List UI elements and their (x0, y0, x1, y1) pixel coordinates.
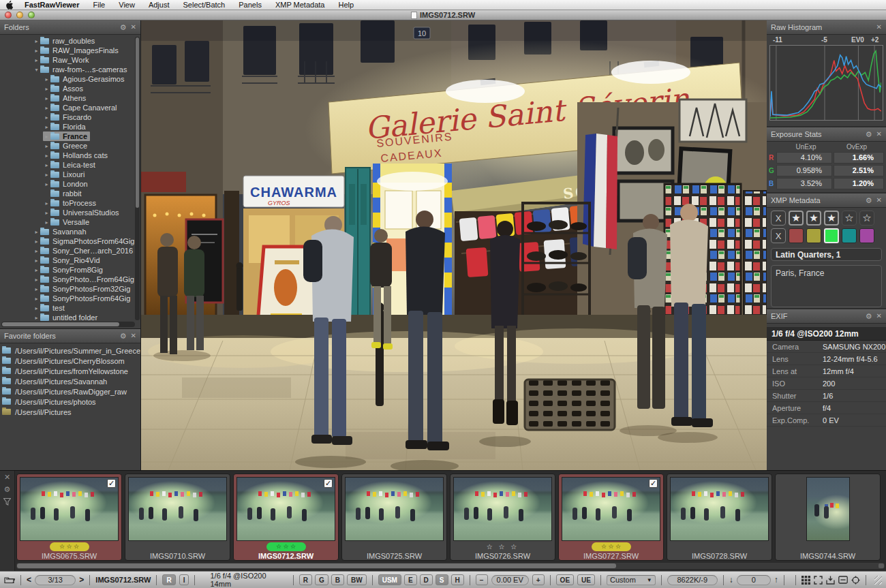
star-rating-button[interactable]: ☆ (842, 211, 857, 226)
thumbnail[interactable]: ✓☆ ☆ ☆IMGS0727.SRW (558, 474, 664, 561)
disclosure-arrow-icon[interactable]: ▸ (33, 38, 40, 44)
internal-jpeg-button[interactable]: I (179, 574, 189, 585)
star-rating-button[interactable]: ☆ (859, 211, 874, 226)
folder-tree-item[interactable]: ▸Agious-Gerasimos (0, 74, 140, 84)
xmp-title-field[interactable]: Latin Quarters, 1 (771, 248, 882, 261)
folders-horizontal-scrollbar[interactable] (1, 322, 135, 327)
thumbnail[interactable]: IMGS0725.SRW (341, 474, 447, 561)
disclosure-arrow-icon[interactable]: ▸ (33, 57, 40, 63)
thumbnail[interactable]: IMGS0744.SRW (775, 474, 881, 561)
gear-icon[interactable]: ⚙ (866, 313, 872, 320)
target-icon[interactable] (851, 576, 860, 585)
favorite-folder-item[interactable]: /Users/il/Pictures/RawDigger_raw (2, 386, 140, 397)
tool-button-usm[interactable]: USM (378, 574, 401, 585)
folder-tree-item[interactable]: ▸untitled folder (0, 313, 140, 322)
channel-button-r[interactable]: R (299, 574, 312, 585)
disclosure-arrow-icon[interactable]: ▸ (43, 134, 50, 140)
gear-icon[interactable]: ⚙ (866, 197, 872, 204)
menu-file[interactable]: File (87, 0, 112, 10)
selected-checkbox[interactable]: ✓ (107, 479, 116, 488)
resize-grip[interactable] (874, 576, 882, 585)
ev-plus-button[interactable]: + (532, 574, 545, 585)
ev-minus-button[interactable]: − (476, 574, 488, 585)
rating-down-button[interactable]: ↓ (729, 575, 733, 585)
thumbnail[interactable]: ✓☆ ☆ ☆IMGS0675.SRW (16, 474, 122, 561)
disclosure-arrow-icon[interactable]: ▸ (43, 86, 50, 92)
folder-tree-item[interactable]: ▸Assos (0, 84, 140, 93)
apple-menu-icon[interactable] (0, 1, 18, 10)
color-label-button[interactable] (824, 228, 839, 243)
folder-tree-item[interactable]: ▾raw-from-…s-cameras (0, 65, 140, 74)
channel-button-b[interactable]: B (331, 574, 344, 585)
disclosure-arrow-icon[interactable]: ▸ (33, 315, 40, 321)
disclosure-arrow-icon[interactable]: ▸ (33, 305, 40, 311)
folder-tree-item[interactable]: ▸Lixouri (0, 170, 140, 179)
favorite-folder-item[interactable]: /Users/il/Pictures/Savannah (2, 376, 140, 386)
close-icon[interactable]: ✕ (876, 131, 882, 138)
favorite-folder-item[interactable]: /Users/il/Pictures/CherryBlossom (2, 356, 140, 366)
disclosure-arrow-icon[interactable]: ▸ (33, 258, 40, 264)
gear-icon[interactable]: ⚙ (120, 24, 127, 31)
clear-rating-button[interactable]: X (771, 211, 786, 226)
close-icon[interactable]: ✕ (876, 24, 882, 31)
folder-tree-item[interactable]: ▸Fiscardo (0, 112, 140, 122)
disclosure-arrow-icon[interactable]: ▸ (33, 277, 40, 283)
folder-tree-item[interactable]: ▸Hollands cats (0, 151, 140, 160)
favorite-folder-item[interactable]: /Users/il/Pictures/Summer_in_Greece (2, 345, 140, 356)
folder-tree-item[interactable]: ▸Sony_Cher…arch_2016 (0, 246, 140, 256)
xmp-description-field[interactable]: Paris, France (771, 265, 882, 307)
menu-select-batch[interactable]: Select/Batch (176, 0, 232, 10)
folder-tree-item[interactable]: ▸Florida (0, 122, 140, 131)
close-icon[interactable]: ✕ (131, 332, 136, 339)
gear-icon[interactable]: ⚙ (120, 332, 127, 340)
open-folder-icon[interactable] (4, 576, 15, 584)
disclosure-arrow-icon[interactable]: ▸ (43, 219, 50, 226)
favorite-folder-item[interactable]: /Users/il/Pictures (2, 407, 140, 417)
disclosure-arrow-icon[interactable]: ▸ (43, 162, 50, 168)
tool-button-h[interactable]: H (451, 574, 464, 585)
folder-tree-item[interactable]: ▸RAW_ImagesFinals (0, 46, 140, 55)
disclosure-arrow-icon[interactable]: ▾ (33, 67, 40, 73)
menu-help[interactable]: Help (331, 0, 361, 10)
menu-panels[interactable]: Panels (232, 0, 269, 10)
star-rating-button[interactable]: ★ (806, 211, 821, 226)
white-balance-dropdown[interactable]: Custom▼ (607, 575, 656, 585)
selected-checkbox[interactable]: ✓ (324, 479, 333, 488)
tool-button-d[interactable]: D (420, 574, 433, 585)
disclosure-arrow-icon[interactable]: ▸ (43, 143, 50, 149)
gear-icon[interactable]: ⚙ (866, 131, 872, 138)
disclosure-arrow-icon[interactable]: ▸ (43, 105, 50, 111)
star-rating-button[interactable]: ★ (789, 211, 804, 226)
folder-tree-item[interactable]: ▸Savannah (0, 227, 140, 236)
tool-button-e[interactable]: E (404, 574, 417, 585)
star-rating-button[interactable]: ★ (824, 211, 839, 226)
folder-tree-item[interactable]: ▸London (0, 179, 140, 189)
disclosure-arrow-icon[interactable]: ▸ (43, 95, 50, 102)
tool-button-s[interactable]: S (436, 574, 448, 585)
channel-button-bw[interactable]: BW (347, 574, 367, 585)
overexposure-button[interactable]: OE (556, 574, 574, 585)
folder-tree-item[interactable]: ▸Leica-test (0, 160, 140, 170)
favorite-folder-item[interactable]: /Users/il/Pictures/photos (2, 397, 140, 407)
raw-mode-button[interactable]: R (162, 574, 175, 585)
prev-image-button[interactable]: < (27, 575, 31, 585)
disclosure-arrow-icon[interactable]: ▸ (33, 248, 40, 254)
exposure-panel-header[interactable]: Exposure Stats ⚙ ✕ (767, 127, 886, 142)
channel-button-g[interactable]: G (315, 574, 329, 585)
favorite-folder-item[interactable]: /Users/il/Pictures/fromYellowstone (2, 366, 140, 376)
xmp-panel-header[interactable]: XMP Metadata ⚙ ✕ (767, 194, 886, 208)
folder-tree-item[interactable]: ▸toProcess (0, 198, 140, 208)
folder-tree-item[interactable]: ▸SigmaPhotosFrom64Gig (0, 236, 140, 246)
folder-tree-item[interactable]: ▸UniversalStudios (0, 208, 140, 217)
next-image-button[interactable]: > (79, 575, 84, 585)
close-icon[interactable]: ✕ (4, 474, 10, 481)
disclosure-arrow-icon[interactable]: ▸ (43, 76, 50, 82)
main-photo-view[interactable]: 10 Galerie Saint Séverin SOUVENIRS CADEA… (141, 20, 767, 470)
disclosure-arrow-icon[interactable]: ▸ (33, 238, 40, 245)
folder-tree-item[interactable]: ▸France (0, 131, 140, 141)
close-icon[interactable]: ✕ (876, 313, 882, 320)
fullscreen-icon[interactable] (814, 576, 823, 585)
disclosure-arrow-icon[interactable]: ▸ (43, 181, 50, 187)
rating-up-button[interactable]: ↑ (774, 575, 778, 585)
folder-tree-item[interactable]: rabbit (0, 189, 140, 198)
